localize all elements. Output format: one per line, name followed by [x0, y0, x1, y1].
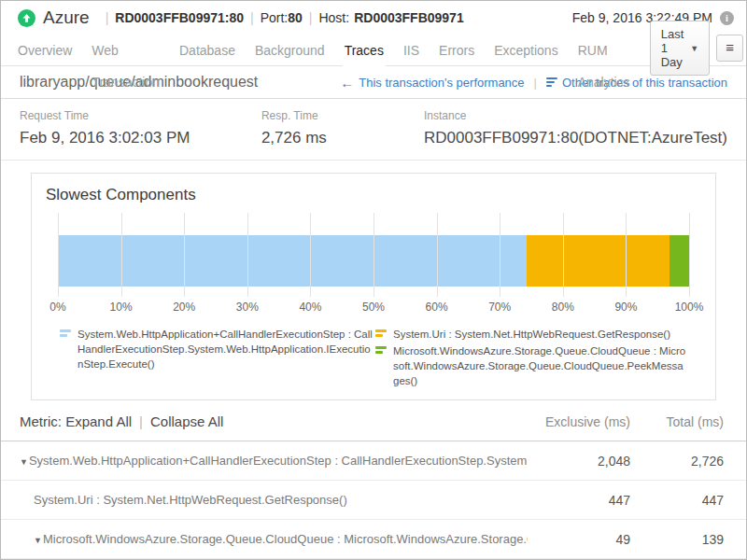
metric-name: Microsoft.WindowsAzure.Storage.Queue.Clo… — [43, 532, 528, 546]
legend-item: System.Web.HttpApplication+CallHandlerEx… — [58, 327, 374, 371]
gridline — [437, 213, 438, 297]
app-status-icon — [18, 9, 35, 27]
chart-title: Slowest Components — [32, 186, 715, 204]
header-host-label: Host: — [318, 10, 349, 25]
gridline — [500, 213, 500, 297]
table-row[interactable]: ▼Microsoft.WindowsAzure.Storage.Queue.Cl… — [1, 520, 746, 559]
x-tick-label: 60% — [426, 301, 448, 314]
time-range-label: Last 1 Day — [661, 27, 684, 69]
header-port-value: 80 — [288, 10, 303, 25]
legend-item: System.Uri : System.Net.HttpWebRequest.G… — [374, 327, 689, 342]
bar-segment[interactable] — [58, 235, 527, 287]
chart-legend: System.Web.HttpApplication+CallHandlerEx… — [32, 327, 715, 390]
collapse-caret-icon[interactable]: ▼ — [20, 457, 28, 467]
table-row[interactable]: System.Uri : System.Net.HttpWebRequest.G… — [1, 481, 746, 520]
collapse-caret-icon[interactable]: ▼ — [34, 536, 42, 545]
chevron-down-icon: ▼ — [690, 44, 698, 53]
header-separator: | — [106, 10, 109, 25]
bar-segment[interactable] — [527, 235, 669, 287]
instance-label: Instance — [424, 109, 727, 122]
tab-rum-analytics[interactable]: RUM Analytics — [578, 35, 630, 66]
other-traces-link[interactable]: Other traces of this transaction — [546, 76, 727, 90]
gridline — [247, 213, 248, 297]
exclusive-ms-value: 447 — [528, 493, 630, 508]
header-port-label: Port: — [261, 10, 289, 25]
total-ms-value: 139 — [630, 532, 724, 547]
gridline — [184, 213, 185, 297]
trace-list-icon — [546, 77, 557, 87]
request-time-label: Request Time — [20, 109, 261, 122]
header-separator: | — [250, 10, 254, 25]
gridline — [626, 213, 627, 297]
gridline — [58, 213, 59, 297]
tab-exceptions[interactable]: Exceptions — [494, 35, 557, 66]
gridline — [689, 213, 690, 297]
legend-item: Microsoft.WindowsAzure.Storage.Queue.Clo… — [374, 343, 689, 388]
tab-web-transaction[interactable]: Web Transaction — [92, 35, 160, 66]
gridline — [563, 213, 564, 297]
x-tick-label: 30% — [236, 301, 259, 314]
header-host-value: RD0003FFB09971 — [354, 10, 464, 25]
legend-label: System.Web.HttpApplication+CallHandlerEx… — [78, 327, 374, 371]
metric-table-header: Metric: Expand All | Collapse All Exclus… — [1, 400, 746, 441]
resp-time-value: 2,726 ms — [261, 129, 424, 147]
total-column-header: Total (ms) — [630, 414, 724, 429]
stacked-bar-chart: 0%10%20%30%40%50%60%70%80%90%100% — [58, 213, 689, 314]
back-arrow-icon: ← — [340, 75, 354, 91]
tab-database[interactable]: Database — [179, 35, 235, 66]
instance-value: RD0003FFB09971:80(DOTNET:AzureTest) — [424, 129, 727, 147]
hamburger-icon: ≡ — [726, 40, 734, 56]
app-window: Azure | RD0003FFB09971:80 | Port:80 | Ho… — [0, 0, 747, 560]
gridline — [374, 213, 374, 297]
x-tick-label: 0% — [49, 301, 65, 314]
x-tick-label: 70% — [488, 301, 511, 314]
legend-label: Microsoft.WindowsAzure.Storage.Queue.Clo… — [393, 343, 689, 388]
metric-name: System.Web.HttpApplication+CallHandlerEx… — [29, 454, 528, 468]
metric-label: Metric: — [20, 413, 62, 429]
transaction-performance-label: This transaction's performance — [359, 76, 524, 90]
x-tick-label: 20% — [173, 301, 195, 314]
tab-iis[interactable]: IIS — [403, 35, 419, 66]
total-ms-value: 2,726 — [630, 454, 724, 469]
slowest-components-panel: Slowest Components 0%10%20%30%40%50%60%7… — [31, 173, 716, 400]
tab-list: OverviewWeb TransactionDatabaseBackgroun… — [18, 35, 650, 66]
resp-time-label: Resp. Time — [261, 109, 424, 122]
tab-errors[interactable]: Errors — [439, 35, 474, 66]
table-row[interactable]: ▼System.Web.HttpApplication+CallHandlerE… — [1, 441, 746, 481]
tab-overview[interactable]: Overview — [18, 35, 72, 66]
tab-traces[interactable]: Traces — [345, 35, 384, 66]
header: Azure | RD0003FFB09971:80 | Port:80 | Ho… — [1, 1, 746, 35]
x-tick-label: 40% — [299, 301, 321, 314]
exclusive-ms-value: 49 — [528, 532, 630, 547]
header-pipe: | — [139, 413, 143, 429]
exclusive-column-header: Exclusive (ms) — [528, 414, 630, 429]
header-separator: | — [309, 10, 313, 25]
trace-summary: Request Time Feb 9, 2016 3:02:03 PM Resp… — [1, 99, 746, 161]
x-tick-label: 80% — [552, 301, 574, 314]
x-tick-label: 50% — [362, 301, 385, 314]
legend-swatch-icon — [375, 346, 387, 354]
menu-button[interactable]: ≡ — [716, 35, 743, 62]
x-tick-label: 90% — [614, 301, 637, 314]
link-separator: | — [534, 76, 537, 90]
bar-segment[interactable] — [669, 235, 689, 287]
collapse-all-button[interactable]: Collapse All — [150, 413, 223, 429]
exclusive-ms-value: 2,048 — [528, 454, 630, 469]
legend-swatch-icon — [375, 329, 387, 337]
x-tick-label: 10% — [110, 301, 133, 314]
total-ms-value: 447 — [630, 493, 724, 508]
app-name[interactable]: Azure — [43, 7, 90, 28]
tab-background[interactable]: Background — [255, 35, 325, 66]
gridline — [121, 213, 122, 297]
header-instance: RD0003FFB09971:80 — [115, 10, 244, 25]
metric-table-body: ▼System.Web.HttpApplication+CallHandlerE… — [1, 441, 746, 560]
transaction-performance-link[interactable]: ← This transaction's performance — [340, 75, 524, 91]
x-tick-label: 100% — [675, 301, 704, 314]
expand-all-button[interactable]: Expand All — [65, 413, 132, 429]
legend-swatch-icon — [60, 329, 71, 337]
legend-label: System.Uri : System.Net.HttpWebRequest.G… — [393, 327, 670, 342]
time-range-button[interactable]: Last 1 Day ▼ — [650, 21, 711, 76]
request-time-value: Feb 9, 2016 3:02:03 PM — [20, 129, 261, 147]
metric-name: System.Uri : System.Net.HttpWebRequest.G… — [34, 493, 347, 507]
gridline — [310, 213, 311, 297]
